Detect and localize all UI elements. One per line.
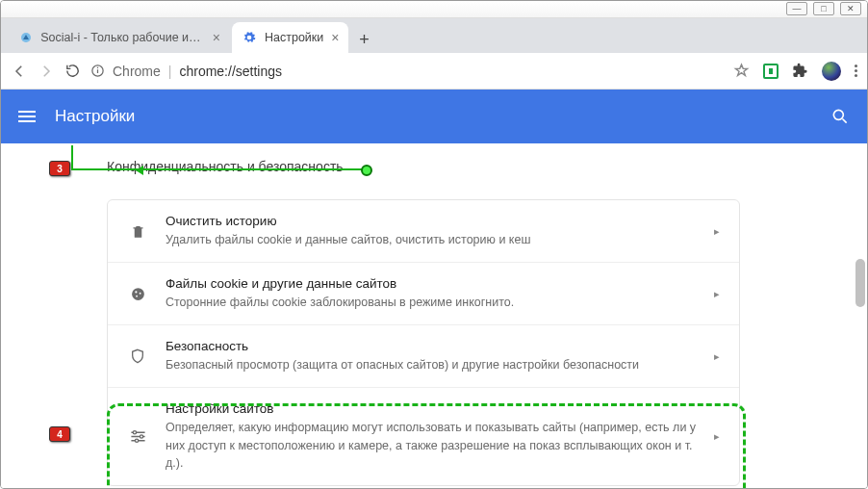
row-title: Файлы cookie и другие данные сайтов	[166, 276, 697, 291]
cookie-icon	[127, 286, 148, 302]
row-desc: Определяет, какую информацию могут испол…	[166, 419, 697, 471]
privacy-card: Очистить историю Удалить файлы cookie и …	[107, 199, 740, 486]
close-tab-icon[interactable]: ×	[331, 30, 339, 45]
chevron-right-icon: ▸	[714, 225, 720, 238]
address-url: chrome://settings	[179, 64, 282, 79]
row-security[interactable]: Безопасность Безопасный просмотр (защита…	[108, 325, 739, 388]
minimize-button[interactable]: —	[786, 2, 807, 15]
row-desc: Удалить файлы cookie и данные сайтов, оч…	[166, 231, 697, 248]
svg-point-12	[135, 439, 138, 442]
svg-point-4	[833, 110, 843, 119]
maximize-button[interactable]: □	[813, 2, 834, 15]
chevron-right-icon: ▸	[714, 350, 720, 363]
reload-button[interactable]	[64, 63, 81, 79]
svg-rect-3	[97, 67, 98, 68]
svg-point-8	[139, 293, 140, 295]
row-desc: Безопасный просмотр (защита от опасных с…	[166, 356, 697, 373]
tab-title: Social-i - Только рабочие инстр	[40, 31, 205, 44]
settings-content: Конфиденциальность и безопасность Очисти…	[1, 143, 867, 488]
chrome-menu-icon[interactable]	[855, 64, 857, 77]
settings-header: Настройки	[1, 90, 867, 143]
svg-point-11	[140, 435, 142, 438]
address-bar[interactable]: Chrome | chrome://settings	[90, 64, 724, 79]
tab-social-i[interactable]: Social-i - Только рабочие инстр ×	[9, 22, 230, 53]
annotation-step-4: 4	[49, 426, 70, 442]
window-titlebar: — □ ✕	[1, 1, 867, 18]
extension-icon[interactable]	[763, 64, 779, 79]
chevron-right-icon: ▸	[714, 430, 720, 443]
row-desc: Сторонние файлы cookie заблокированы в р…	[166, 294, 697, 311]
address-label: Chrome	[113, 64, 161, 79]
svg-line-5	[843, 119, 847, 123]
back-button[interactable]	[11, 63, 28, 80]
bookmark-icon[interactable]	[733, 63, 750, 79]
row-title: Настройки сайтов	[166, 401, 697, 416]
tab-title: Настройки	[265, 31, 323, 44]
svg-point-10	[133, 431, 136, 434]
annotation-step-3: 3	[49, 161, 70, 176]
extensions-icon[interactable]	[792, 63, 808, 79]
row-site-settings[interactable]: Настройки сайтов Определяет, какую инфор…	[108, 388, 739, 484]
row-clear-history[interactable]: Очистить историю Удалить файлы cookie и …	[108, 200, 739, 263]
search-icon[interactable]	[830, 107, 850, 126]
close-tab-icon[interactable]: ×	[213, 30, 220, 45]
page-title: Настройки	[55, 107, 135, 126]
new-tab-button[interactable]: +	[350, 26, 377, 53]
forward-button[interactable]	[38, 63, 55, 80]
info-icon	[90, 64, 105, 78]
row-cookies[interactable]: Файлы cookie и другие данные сайтов Стор…	[108, 263, 739, 325]
svg-rect-2	[97, 69, 98, 73]
tab-strip: Social-i - Только рабочие инстр × Настро…	[1, 18, 867, 53]
row-title: Безопасность	[166, 339, 697, 353]
section-title: Конфиденциальность и безопасность	[107, 159, 867, 174]
tab-settings[interactable]: Настройки ×	[232, 22, 348, 53]
chevron-right-icon: ▸	[714, 288, 720, 300]
menu-icon[interactable]	[18, 111, 36, 122]
row-title: Очистить историю	[166, 214, 697, 228]
shield-icon	[127, 347, 148, 365]
trash-icon	[127, 223, 148, 240]
profile-avatar[interactable]	[822, 62, 841, 81]
annotation-arrow-3	[71, 168, 370, 170]
browser-toolbar: Chrome | chrome://settings	[1, 53, 867, 90]
svg-point-7	[135, 291, 137, 293]
tune-icon	[127, 429, 148, 444]
close-window-button[interactable]: ✕	[840, 2, 861, 15]
gear-icon	[242, 30, 257, 45]
address-divider: |	[168, 64, 172, 79]
scrollbar-thumb[interactable]	[855, 259, 865, 307]
toolbar-right	[733, 62, 857, 81]
svg-point-9	[136, 295, 138, 296]
svg-point-6	[132, 288, 144, 300]
browser-window: — □ ✕ Social-i - Только рабочие инстр × …	[0, 0, 868, 489]
favicon-social-i	[18, 30, 33, 45]
